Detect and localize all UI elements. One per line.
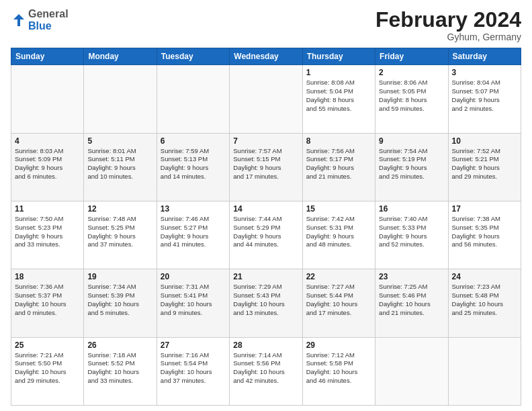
table-row: 17Sunrise: 7:38 AM Sunset: 5:35 PM Dayli… bbox=[448, 201, 521, 269]
day-number: 23 bbox=[379, 272, 444, 281]
day-number: 29 bbox=[306, 340, 371, 350]
header-saturday: Saturday bbox=[448, 48, 521, 65]
header-monday: Monday bbox=[84, 48, 157, 65]
table-row bbox=[157, 65, 229, 133]
table-row: 14Sunrise: 7:44 AM Sunset: 5:29 PM Dayli… bbox=[230, 201, 302, 269]
day-number: 5 bbox=[87, 136, 152, 146]
table-row: 7Sunrise: 7:57 AM Sunset: 5:15 PM Daylig… bbox=[230, 133, 302, 201]
day-details: Sunrise: 8:01 AM Sunset: 5:11 PM Dayligh… bbox=[87, 147, 152, 181]
table-row: 6Sunrise: 7:59 AM Sunset: 5:13 PM Daylig… bbox=[157, 133, 229, 201]
day-number: 3 bbox=[452, 68, 517, 77]
day-number: 16 bbox=[379, 204, 444, 214]
table-row bbox=[375, 337, 448, 405]
day-number: 25 bbox=[15, 340, 80, 350]
title-location: Gyhum, Germany bbox=[375, 32, 521, 42]
calendar-week-row: 4Sunrise: 8:03 AM Sunset: 5:09 PM Daylig… bbox=[11, 133, 521, 201]
table-row: 16Sunrise: 7:40 AM Sunset: 5:33 PM Dayli… bbox=[375, 201, 448, 269]
table-row: 5Sunrise: 8:01 AM Sunset: 5:11 PM Daylig… bbox=[84, 133, 157, 201]
table-row: 9Sunrise: 7:54 AM Sunset: 5:19 PM Daylig… bbox=[375, 133, 448, 201]
table-row: 27Sunrise: 7:16 AM Sunset: 5:54 PM Dayli… bbox=[157, 337, 229, 405]
day-details: Sunrise: 7:52 AM Sunset: 5:21 PM Dayligh… bbox=[452, 147, 517, 181]
day-number: 14 bbox=[233, 204, 298, 214]
title-month: February 2024 bbox=[375, 8, 521, 32]
day-number: 7 bbox=[233, 136, 298, 146]
calendar-week-row: 1Sunrise: 8:08 AM Sunset: 5:04 PM Daylig… bbox=[11, 65, 521, 133]
calendar-header-row: Sunday Monday Tuesday Wednesday Thursday… bbox=[11, 48, 521, 65]
table-row: 13Sunrise: 7:46 AM Sunset: 5:27 PM Dayli… bbox=[157, 201, 229, 269]
table-row: 12Sunrise: 7:48 AM Sunset: 5:25 PM Dayli… bbox=[84, 201, 157, 269]
day-details: Sunrise: 7:25 AM Sunset: 5:46 PM Dayligh… bbox=[379, 283, 444, 317]
table-row: 10Sunrise: 7:52 AM Sunset: 5:21 PM Dayli… bbox=[448, 133, 521, 201]
table-row: 28Sunrise: 7:14 AM Sunset: 5:56 PM Dayli… bbox=[230, 337, 302, 405]
table-row: 21Sunrise: 7:29 AM Sunset: 5:43 PM Dayli… bbox=[230, 269, 302, 337]
day-number: 27 bbox=[161, 340, 226, 350]
table-row: 20Sunrise: 7:31 AM Sunset: 5:41 PM Dayli… bbox=[157, 269, 229, 337]
page: General Blue February 2024 Gyhum, German… bbox=[0, 0, 532, 411]
day-details: Sunrise: 7:16 AM Sunset: 5:54 PM Dayligh… bbox=[161, 351, 226, 385]
day-details: Sunrise: 7:59 AM Sunset: 5:13 PM Dayligh… bbox=[161, 147, 226, 181]
day-number: 21 bbox=[233, 272, 298, 281]
table-row: 19Sunrise: 7:34 AM Sunset: 5:39 PM Dayli… bbox=[84, 269, 157, 337]
svg-marker-0 bbox=[13, 14, 24, 26]
day-details: Sunrise: 8:06 AM Sunset: 5:05 PM Dayligh… bbox=[379, 79, 444, 113]
table-row: 1Sunrise: 8:08 AM Sunset: 5:04 PM Daylig… bbox=[302, 65, 375, 133]
table-row: 26Sunrise: 7:18 AM Sunset: 5:52 PM Dayli… bbox=[84, 337, 157, 405]
day-details: Sunrise: 7:29 AM Sunset: 5:43 PM Dayligh… bbox=[233, 283, 298, 317]
day-number: 18 bbox=[15, 272, 80, 281]
table-row: 24Sunrise: 7:23 AM Sunset: 5:48 PM Dayli… bbox=[448, 269, 521, 337]
day-details: Sunrise: 8:03 AM Sunset: 5:09 PM Dayligh… bbox=[15, 147, 80, 181]
table-row: 11Sunrise: 7:50 AM Sunset: 5:23 PM Dayli… bbox=[11, 201, 84, 269]
table-row bbox=[11, 65, 84, 133]
day-details: Sunrise: 7:21 AM Sunset: 5:50 PM Dayligh… bbox=[15, 351, 80, 385]
day-details: Sunrise: 7:18 AM Sunset: 5:52 PM Dayligh… bbox=[87, 351, 152, 385]
day-details: Sunrise: 7:27 AM Sunset: 5:44 PM Dayligh… bbox=[306, 283, 371, 317]
header: General Blue February 2024 Gyhum, German… bbox=[11, 8, 521, 42]
day-details: Sunrise: 7:54 AM Sunset: 5:19 PM Dayligh… bbox=[379, 147, 444, 181]
logo-blue: Blue bbox=[28, 20, 52, 32]
day-number: 15 bbox=[306, 204, 371, 214]
table-row bbox=[230, 65, 302, 133]
day-details: Sunrise: 7:38 AM Sunset: 5:35 PM Dayligh… bbox=[452, 215, 517, 249]
day-number: 24 bbox=[452, 272, 517, 281]
day-details: Sunrise: 7:56 AM Sunset: 5:17 PM Dayligh… bbox=[306, 147, 371, 181]
day-number: 2 bbox=[379, 68, 444, 77]
header-friday: Friday bbox=[375, 48, 448, 65]
day-number: 11 bbox=[15, 204, 80, 214]
day-details: Sunrise: 8:04 AM Sunset: 5:07 PM Dayligh… bbox=[452, 79, 517, 113]
day-details: Sunrise: 7:44 AM Sunset: 5:29 PM Dayligh… bbox=[233, 215, 298, 249]
day-details: Sunrise: 7:40 AM Sunset: 5:33 PM Dayligh… bbox=[379, 215, 444, 249]
logo-icon bbox=[11, 13, 26, 28]
day-number: 4 bbox=[15, 136, 80, 146]
table-row: 4Sunrise: 8:03 AM Sunset: 5:09 PM Daylig… bbox=[11, 133, 84, 201]
day-number: 9 bbox=[379, 136, 444, 146]
calendar-week-row: 18Sunrise: 7:36 AM Sunset: 5:37 PM Dayli… bbox=[11, 269, 521, 337]
day-details: Sunrise: 7:36 AM Sunset: 5:37 PM Dayligh… bbox=[15, 283, 80, 317]
day-number: 26 bbox=[87, 340, 152, 350]
day-details: Sunrise: 8:08 AM Sunset: 5:04 PM Dayligh… bbox=[306, 79, 371, 113]
table-row: 8Sunrise: 7:56 AM Sunset: 5:17 PM Daylig… bbox=[302, 133, 375, 201]
table-row: 22Sunrise: 7:27 AM Sunset: 5:44 PM Dayli… bbox=[302, 269, 375, 337]
header-tuesday: Tuesday bbox=[157, 48, 229, 65]
day-details: Sunrise: 7:46 AM Sunset: 5:27 PM Dayligh… bbox=[161, 215, 226, 249]
day-number: 1 bbox=[306, 68, 371, 77]
day-number: 19 bbox=[87, 272, 152, 281]
day-details: Sunrise: 7:57 AM Sunset: 5:15 PM Dayligh… bbox=[233, 147, 298, 181]
calendar-week-row: 25Sunrise: 7:21 AM Sunset: 5:50 PM Dayli… bbox=[11, 337, 521, 405]
table-row: 15Sunrise: 7:42 AM Sunset: 5:31 PM Dayli… bbox=[302, 201, 375, 269]
header-sunday: Sunday bbox=[11, 48, 84, 65]
day-number: 6 bbox=[161, 136, 226, 146]
logo-text: General Blue bbox=[28, 8, 69, 32]
day-details: Sunrise: 7:42 AM Sunset: 5:31 PM Dayligh… bbox=[306, 215, 371, 249]
logo-general: General bbox=[28, 8, 69, 19]
day-details: Sunrise: 7:48 AM Sunset: 5:25 PM Dayligh… bbox=[87, 215, 152, 249]
calendar-table: Sunday Monday Tuesday Wednesday Thursday… bbox=[11, 48, 521, 406]
header-wednesday: Wednesday bbox=[230, 48, 302, 65]
day-number: 22 bbox=[306, 272, 371, 281]
calendar-week-row: 11Sunrise: 7:50 AM Sunset: 5:23 PM Dayli… bbox=[11, 201, 521, 269]
logo: General Blue bbox=[11, 8, 69, 32]
day-details: Sunrise: 7:50 AM Sunset: 5:23 PM Dayligh… bbox=[15, 215, 80, 249]
table-row: 18Sunrise: 7:36 AM Sunset: 5:37 PM Dayli… bbox=[11, 269, 84, 337]
table-row: 2Sunrise: 8:06 AM Sunset: 5:05 PM Daylig… bbox=[375, 65, 448, 133]
title-block: February 2024 Gyhum, Germany bbox=[375, 8, 521, 42]
table-row: 3Sunrise: 8:04 AM Sunset: 5:07 PM Daylig… bbox=[448, 65, 521, 133]
